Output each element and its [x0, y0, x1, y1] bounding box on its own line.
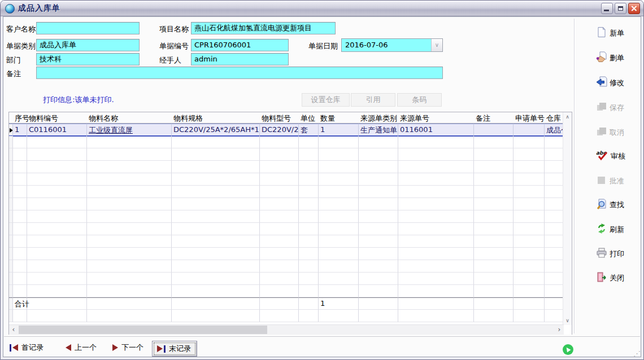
sidebar-button-edit-doc[interactable]: 修改: [596, 76, 624, 89]
table-row-empty[interactable]: [9, 310, 564, 322]
grid-area: 序号物料编号物料名称物料规格物料型号单位数量来源单类别来源单号备注申请单号仓库1…: [9, 112, 564, 325]
search-icon: [596, 198, 607, 211]
grid-column-header: 来源单号: [398, 112, 474, 123]
doc-type-label: 单据类别: [6, 41, 36, 51]
table-row-empty[interactable]: [9, 198, 564, 210]
handler-field[interactable]: admin: [191, 53, 289, 65]
grid-column-header: 序号: [13, 112, 27, 123]
grid-column-header: 物料规格: [172, 112, 260, 123]
grid-column-header: 备注: [474, 112, 514, 123]
project-name-field[interactable]: 燕山石化航煤加氢直流电源更新项目: [191, 22, 336, 34]
sidebar-divider: [574, 19, 575, 333]
table-row-empty[interactable]: [9, 173, 564, 186]
table-row-empty[interactable]: [9, 260, 564, 273]
scroll-up-icon[interactable]: [563, 112, 572, 121]
resize-grip-icon[interactable]: [633, 350, 641, 357]
doc-type-field[interactable]: 成品入库单: [36, 39, 140, 51]
maximize-button[interactable]: [615, 3, 626, 14]
scroll-down-icon[interactable]: [563, 316, 572, 325]
grid-column-header: 申请单号: [514, 112, 545, 123]
print-info-text: 打印信息:该单未打印.: [43, 95, 114, 105]
cancel-icon: [596, 126, 607, 139]
table-row-empty[interactable]: [9, 210, 564, 223]
doc-no-field[interactable]: CPR160706001: [191, 39, 289, 51]
last-record-icon: [157, 345, 166, 353]
table-row-empty[interactable]: [9, 273, 564, 285]
barcode-button[interactable]: 条码: [397, 93, 442, 107]
approve-icon: [596, 174, 607, 187]
sidebar-button-close-form[interactable]: 关闭: [596, 271, 624, 284]
reference-button[interactable]: 引用: [351, 93, 395, 107]
table-row-empty[interactable]: [9, 223, 564, 235]
scroll-right-icon[interactable]: [555, 325, 564, 335]
table-row-empty[interactable]: [9, 148, 564, 161]
remark-label: 备注: [6, 69, 21, 79]
sidebar-button-label: 关闭: [610, 273, 624, 283]
scroll-left-icon[interactable]: [9, 325, 18, 335]
grid-cell: [514, 124, 545, 137]
scrollbar-thumb[interactable]: [19, 326, 267, 334]
save-icon: [596, 101, 607, 114]
table-row-empty[interactable]: [9, 248, 564, 260]
sidebar-button-label: 保存: [610, 103, 624, 113]
action-sidebar: 新单删单修改保存取消abc审核批准查找刷新打印关闭: [577, 17, 640, 333]
sidebar-button-search[interactable]: 查找: [596, 198, 624, 211]
grid-cell: DC220V/25A*2/65AH*18: [172, 124, 260, 137]
print-icon: [596, 247, 607, 260]
table-row-empty[interactable]: [9, 186, 564, 198]
sidebar-button-approve[interactable]: 批准: [596, 174, 624, 187]
app-globe-icon: [5, 4, 15, 14]
doc-date-label: 单据日期: [308, 41, 338, 51]
chevron-down-icon[interactable]: [431, 39, 442, 51]
title-bar[interactable]: 成品入库单: [1, 1, 643, 16]
minimize-button[interactable]: [601, 3, 613, 14]
set-warehouse-button[interactable]: 设置仓库: [302, 93, 350, 107]
sidebar-button-label: 刷新: [610, 225, 624, 235]
last-record-button[interactable]: 末记录: [152, 341, 197, 357]
doc-date-combobox[interactable]: 2016-07-06: [341, 38, 443, 52]
sidebar-button-delete-doc[interactable]: 删单: [596, 51, 624, 64]
close-button[interactable]: [628, 3, 640, 14]
audit-icon: abc: [596, 150, 608, 163]
grid-header-row: 序号物料编号物料名称物料规格物料型号单位数量来源单类别来源单号备注申请单号仓库: [9, 112, 564, 124]
grid-cell: 1: [13, 124, 27, 137]
grid-cell: 1: [319, 124, 359, 137]
grid-cell: 0116001: [398, 124, 474, 137]
sidebar-button-refresh[interactable]: 刷新: [596, 223, 624, 236]
sidebar-button-label: 删单: [610, 53, 624, 63]
table-row-empty[interactable]: [9, 285, 564, 297]
table-row-empty[interactable]: [9, 161, 564, 173]
grid-cell: 工业级直流屏: [87, 124, 172, 137]
customer-name-field[interactable]: [36, 22, 140, 34]
table-row-selected[interactable]: 1C0116001工业级直流屏DC220V/25A*2/65AH*18DC220…: [9, 124, 564, 136]
next-record-button[interactable]: 下一个: [112, 343, 143, 353]
vertical-scrollbar[interactable]: [563, 112, 572, 325]
grid-column-header: 数量: [319, 112, 359, 123]
sidebar-button-label: 审核: [611, 151, 625, 161]
table-row-empty[interactable]: [9, 235, 564, 248]
previous-record-button[interactable]: 上一个: [66, 343, 97, 353]
first-record-icon: [10, 344, 18, 352]
last-record-label: 末记录: [169, 344, 191, 354]
project-name-label: 项目名称: [159, 24, 189, 34]
grid-column-header: 物料型号: [260, 112, 299, 123]
table-row-empty[interactable]: [9, 136, 564, 148]
app-window: 成品入库单 客户名称 项目名称 燕山石化航煤加氢直流电源更新项目 单据类别 成品…: [0, 0, 644, 360]
new-doc-icon: [596, 27, 607, 39]
department-field[interactable]: 技术科: [36, 53, 140, 65]
sidebar-button-print[interactable]: 打印: [596, 247, 624, 260]
grid-column-header: 来源单类别: [359, 112, 398, 123]
handler-label: 经手人: [159, 55, 181, 65]
sidebar-button-label: 打印: [610, 249, 624, 259]
horizontal-scrollbar[interactable]: [9, 324, 564, 335]
grid-cell: [474, 124, 514, 137]
sidebar-button-save[interactable]: 保存: [596, 101, 624, 114]
sidebar-button-audit[interactable]: abc审核: [596, 150, 625, 163]
department-label: 部门: [6, 55, 21, 65]
grid-cell: 成品仓库: [545, 124, 564, 137]
sidebar-button-cancel[interactable]: 取消: [596, 126, 624, 139]
first-record-button[interactable]: 首记录: [10, 343, 43, 353]
remark-field[interactable]: [36, 67, 443, 79]
doc-no-label: 单据编号: [159, 41, 189, 51]
sidebar-button-new-doc[interactable]: 新单: [596, 27, 624, 39]
